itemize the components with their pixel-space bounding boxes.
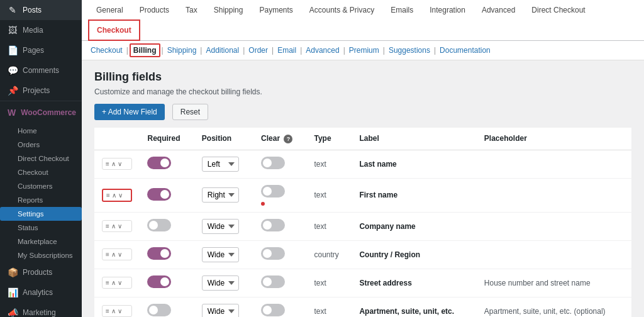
position-select-row-country[interactable]: LeftRightWide	[202, 247, 239, 262]
move-up-icon[interactable]: ∧	[111, 279, 116, 286]
row-controls-row-company[interactable]: ≡ ∧ ∨	[102, 220, 132, 232]
sidebar-item-woo-orders[interactable]: Orders	[0, 138, 82, 152]
drag-icon[interactable]: ≡	[106, 223, 109, 230]
type-row-company: text	[307, 212, 352, 240]
sub-nav: Checkout | Billing | Shipping | Addition…	[82, 41, 644, 60]
move-down-icon[interactable]: ∨	[118, 160, 122, 167]
subnav-shipping[interactable]: Shipping	[165, 45, 199, 56]
sidebar-item-analytics[interactable]: 📊Analytics	[0, 282, 82, 303]
move-down-icon[interactable]: ∨	[118, 308, 122, 314]
subnav-checkout[interactable]: Checkout	[88, 45, 125, 56]
sidebar-item-pages[interactable]: 📄Pages	[0, 40, 82, 60]
row-controls-row-apartment[interactable]: ≡ ∧ ∨	[102, 305, 132, 317]
tab-products[interactable]: Products	[131, 0, 177, 20]
required-toggle-row-country[interactable]	[147, 247, 171, 260]
tab-emails[interactable]: Emails	[382, 0, 421, 20]
tab-payments[interactable]: Payments	[251, 0, 301, 20]
required-toggle-row-company[interactable]	[147, 219, 171, 231]
clear-toggle-row-first-name[interactable]	[261, 185, 285, 197]
sub-nav-separator: |	[343, 46, 345, 55]
tab-tax[interactable]: Tax	[177, 0, 206, 20]
page-content: Billing fields Customize and manage the …	[82, 60, 644, 317]
subnav-documentation[interactable]: Documentation	[437, 45, 493, 56]
tab-checkout[interactable]: Checkout	[88, 19, 140, 41]
clear-toggle-row-country[interactable]	[261, 247, 285, 260]
comments-icon: 💬	[8, 65, 18, 75]
move-up-icon[interactable]: ∧	[111, 160, 116, 167]
sidebar-item-woo-checkout[interactable]: Checkout	[0, 165, 82, 179]
position-select-row-street[interactable]: LeftRightWide	[202, 275, 239, 291]
woocommerce-label: WooCommerce	[21, 108, 76, 117]
sidebar-item-comments[interactable]: 💬Comments	[0, 60, 82, 81]
table-row: ≡ ∧ ∨ LeftRightWidetextCompany name	[94, 212, 631, 240]
col-header-clear: Clear ?	[253, 128, 306, 150]
tab-integration[interactable]: Integration	[421, 0, 474, 20]
clear-toggle-row-last-name[interactable]	[261, 157, 285, 169]
clear-toggle-row-street[interactable]	[261, 275, 285, 288]
move-up-icon[interactable]: ∧	[111, 308, 116, 314]
subnav-advanced[interactable]: Advanced	[303, 45, 341, 56]
move-up-icon[interactable]: ∧	[111, 223, 116, 230]
reset-button[interactable]: Reset	[172, 104, 208, 120]
move-down-icon[interactable]: ∨	[118, 279, 122, 286]
required-toggle-row-apartment[interactable]	[147, 304, 171, 316]
move-down-icon[interactable]: ∨	[118, 251, 122, 258]
sidebar-item-posts[interactable]: ✎Posts	[0, 0, 82, 20]
sidebar-item-woo-direct-checkout[interactable]: Direct Checkout	[0, 152, 82, 165]
col-header-required: Required	[140, 128, 194, 150]
sidebar-item-woo-customers[interactable]: Customers	[0, 179, 82, 193]
clear-toggle-row-company[interactable]	[261, 219, 285, 231]
position-select-row-company[interactable]: LeftRightWide	[202, 219, 239, 234]
sidebar-item-woo-marketplace[interactable]: Marketplace	[0, 235, 82, 248]
required-toggle-row-first-name[interactable]	[147, 188, 171, 201]
sidebar-item-woo-subscriptions[interactable]: My Subscriptions	[0, 248, 82, 262]
drag-icon[interactable]: ≡	[106, 279, 109, 286]
sidebar-item-marketing[interactable]: 📣Marketing	[0, 303, 82, 317]
woocommerce-brand[interactable]: W WooCommerce	[0, 101, 82, 124]
move-up-icon[interactable]: ∧	[112, 192, 116, 199]
subnav-email[interactable]: Email	[275, 45, 299, 56]
row-controls-row-first-name[interactable]: ≡ ∧ ∨	[102, 189, 132, 202]
subnav-billing[interactable]: Billing	[130, 43, 160, 57]
row-controls-row-street[interactable]: ≡ ∧ ∨	[102, 277, 132, 289]
move-up-icon[interactable]: ∧	[111, 251, 116, 258]
subnav-additional[interactable]: Additional	[203, 45, 242, 56]
col-header-label: Label	[352, 128, 476, 150]
move-down-icon[interactable]: ∨	[118, 223, 122, 230]
add-new-field-button[interactable]: + Add New Field	[94, 104, 165, 120]
required-toggle-row-last-name[interactable]	[147, 157, 171, 169]
subnav-suggestions[interactable]: Suggestions	[386, 45, 433, 56]
sidebar-item-woo-home[interactable]: Home	[0, 124, 82, 138]
sidebar-item-woo-status[interactable]: Status	[0, 221, 82, 235]
label-row-country: Country / Region	[352, 240, 476, 269]
sidebar-item-woo-settings[interactable]: Settings	[0, 207, 82, 221]
tab-general[interactable]: General	[88, 0, 131, 20]
sidebar-item-projects[interactable]: 📌Projects	[0, 81, 82, 101]
position-select-row-first-name[interactable]: LeftRightWide	[202, 187, 239, 203]
required-toggle-row-street[interactable]	[147, 275, 171, 288]
label-row-first-name: First name	[352, 178, 476, 212]
tab-direct-checkout[interactable]: Direct Checkout	[523, 0, 593, 20]
row-controls-row-country[interactable]: ≡ ∧ ∨	[102, 248, 132, 260]
tab-accounts-privacy[interactable]: Accounts & Privacy	[301, 0, 382, 20]
tab-shipping[interactable]: Shipping	[206, 0, 252, 20]
tab-advanced[interactable]: Advanced	[474, 0, 523, 20]
position-select-row-last-name[interactable]: LeftRightWide	[202, 157, 239, 172]
drag-icon[interactable]: ≡	[106, 160, 109, 167]
sidebar-item-woo-reports[interactable]: Reports	[0, 193, 82, 207]
drag-icon[interactable]: ≡	[106, 308, 109, 314]
drag-icon[interactable]: ≡	[106, 192, 110, 199]
sub-nav-separator: |	[383, 46, 385, 55]
type-row-street: text	[307, 269, 352, 297]
sidebar-item-products[interactable]: 📦Products	[0, 262, 82, 282]
sidebar-item-media[interactable]: 🖼Media	[0, 20, 82, 40]
clear-toggle-row-apartment[interactable]	[261, 304, 285, 316]
move-down-icon[interactable]: ∨	[118, 192, 123, 199]
drag-icon[interactable]: ≡	[106, 251, 109, 258]
label-row-street: Street address	[352, 269, 476, 297]
subnav-premium[interactable]: Premium	[347, 45, 382, 56]
position-select-row-apartment[interactable]: LeftRightWide	[202, 304, 239, 317]
clear-help-icon[interactable]: ?	[284, 135, 292, 143]
subnav-order[interactable]: Order	[246, 45, 270, 56]
row-controls-row-last-name[interactable]: ≡ ∧ ∨	[102, 158, 132, 170]
